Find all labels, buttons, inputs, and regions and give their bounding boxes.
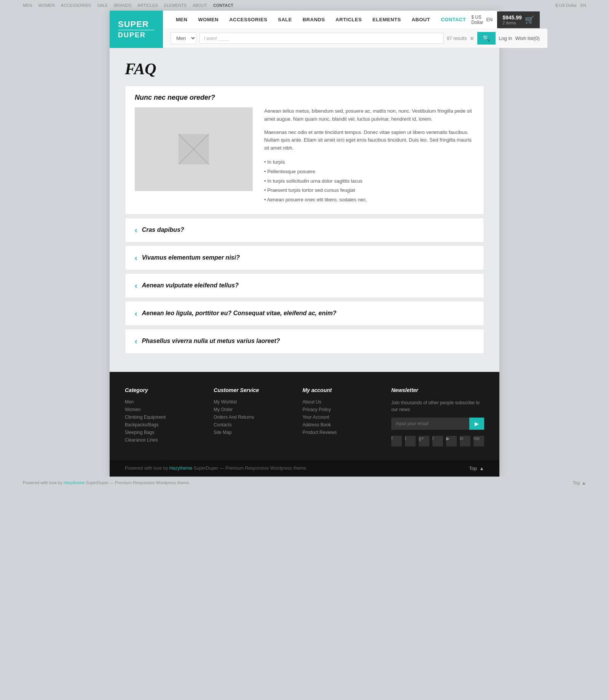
back-to-top-button[interactable]: Top ▲ bbox=[469, 466, 484, 471]
footer-cs-wishlist[interactable]: My Wishlist bbox=[214, 399, 291, 405]
outer-nav-about[interactable]: ABOUT bbox=[193, 3, 207, 8]
footer-account-about[interactable]: About Us bbox=[303, 399, 380, 405]
newsletter-form: ▶ bbox=[391, 418, 484, 430]
list-item: In turpis bbox=[264, 158, 474, 167]
faq-question-1[interactable]: Nunc nec neque oreder? bbox=[125, 86, 484, 107]
search-button[interactable]: 🔍 bbox=[477, 32, 496, 45]
outer-lang[interactable]: EN bbox=[580, 3, 586, 8]
footer-newsletter: Newsletter Join thousands of other peopl… bbox=[391, 387, 484, 449]
footer-cat-men[interactable]: Men bbox=[125, 399, 202, 405]
faq-toggle-icon-4: ‹ bbox=[135, 281, 137, 290]
faq-item-6[interactable]: ‹ Phasellus viverra nulla ut metus variu… bbox=[125, 329, 484, 354]
outer-top-nav[interactable]: MEN WOMEN ACCESSORIES SALE BRANDS ARTICL… bbox=[23, 3, 233, 8]
outer-nav-articles[interactable]: ARTICLES bbox=[137, 3, 158, 8]
nav-men[interactable]: MEN bbox=[171, 11, 193, 29]
nav-articles[interactable]: ARTICLES bbox=[330, 11, 367, 29]
list-item: In turpis sollicitudin urna dolor sagitt… bbox=[264, 177, 474, 186]
header-actions: $ US Dollar EN $945.99 2 items 🛒 bbox=[471, 11, 540, 28]
nav-contact[interactable]: CONTACT bbox=[435, 11, 471, 29]
social-rss[interactable]: rss bbox=[473, 436, 484, 446]
faq-toggle-icon-6: ‹ bbox=[135, 337, 137, 346]
footer-bottom: Powered with love by Hezytheme SuperDupe… bbox=[110, 460, 499, 477]
footer-cs-contacts[interactable]: Contacts bbox=[214, 422, 291, 427]
outer-back-to-top[interactable]: Top ▲ bbox=[573, 480, 586, 486]
faq-toggle-icon-2: ‹ bbox=[135, 226, 137, 234]
faq-question-6: Phasellus viverra nulla ut metus varius … bbox=[142, 338, 280, 344]
lang-selector[interactable]: EN bbox=[486, 17, 493, 22]
nav-elements[interactable]: ELEMENTS bbox=[367, 11, 407, 29]
page-title: FAQ bbox=[125, 60, 484, 78]
nav-women[interactable]: WOMEN bbox=[193, 11, 224, 29]
footer-cs-order[interactable]: My Order bbox=[214, 407, 291, 412]
cart-button[interactable]: $945.99 2 items 🛒 bbox=[497, 11, 540, 28]
outer-nav-elements[interactable]: ELEMENTS bbox=[164, 3, 187, 8]
hezytheme-link[interactable]: Hezytheme bbox=[169, 466, 193, 471]
social-instagram[interactable]: in bbox=[460, 436, 470, 446]
faq-item-5[interactable]: ‹ Aenean leo ligula, porttitor eu? Conse… bbox=[125, 301, 484, 326]
footer-my-account: My account About Us Privacy Policy Your … bbox=[303, 387, 380, 449]
nav-brands[interactable]: BRANDS bbox=[297, 11, 330, 29]
footer-account-privacy[interactable]: Privacy Policy bbox=[303, 407, 380, 412]
nav-sale[interactable]: SALE bbox=[273, 11, 297, 29]
nav-about[interactable]: ABOUT bbox=[406, 11, 435, 29]
footer-category: Category Men Women Climbing Equipment Ba… bbox=[125, 387, 202, 449]
outer-top-label: Top bbox=[573, 480, 580, 486]
faq-item-4[interactable]: ‹ Aenean vulputate eleifend tellus? bbox=[125, 273, 484, 298]
faq-toggle-icon-3: ‹ bbox=[135, 254, 137, 262]
search-input[interactable] bbox=[199, 33, 444, 44]
login-link[interactable]: Log in bbox=[499, 35, 512, 41]
logo-super: SUPER bbox=[118, 20, 155, 29]
social-twitter[interactable]: t bbox=[405, 436, 416, 446]
wishlist-link[interactable]: Wish list(0) bbox=[515, 35, 540, 41]
outer-nav-men[interactable]: MEN bbox=[23, 3, 32, 8]
cart-icon: 🛒 bbox=[525, 15, 534, 24]
faq-para-1-1: Aenean tellus metus, bibendum sed, posue… bbox=[264, 107, 474, 123]
footer-account-address[interactable]: Address Book bbox=[303, 422, 380, 427]
social-facebook[interactable]: f bbox=[391, 436, 402, 446]
outer-nav-sale[interactable]: SALE bbox=[97, 3, 108, 8]
social-youtube[interactable]: ▶ bbox=[446, 436, 457, 446]
social-tumblr[interactable]: t bbox=[432, 436, 443, 446]
search-category-select[interactable]: Men bbox=[171, 32, 196, 44]
footer-cat-backpacks[interactable]: Backpacks/Bags bbox=[125, 422, 202, 427]
outer-nav-women[interactable]: WOMEN bbox=[38, 3, 54, 8]
faq-item-2[interactable]: ‹ Cras dapibus? bbox=[125, 218, 484, 242]
main-nav: MEN WOMEN ACCESSORIES SALE BRANDS ARTICL… bbox=[163, 11, 547, 29]
cart-items: 2 items bbox=[502, 21, 522, 25]
footer-cs-sitemap[interactable]: Site Map bbox=[214, 430, 291, 435]
outer-bottom-bar: Powered with love by Hezytheme SuperDupe… bbox=[0, 477, 609, 490]
footer-grid: Category Men Women Climbing Equipment Ba… bbox=[125, 387, 484, 460]
outer-nav-contact[interactable]: CONTACT bbox=[213, 3, 233, 8]
currency-selector[interactable]: $ US Dollar bbox=[471, 14, 483, 25]
faq-image-1 bbox=[135, 107, 253, 191]
list-item: Praesent turpis tortor sed cursus feugia… bbox=[264, 186, 474, 195]
newsletter-description: Join thousands of other people subscribe… bbox=[391, 399, 484, 413]
footer-cat-sleeping[interactable]: Sleeping Bags bbox=[125, 430, 202, 435]
search-clear-icon[interactable]: ✕ bbox=[470, 35, 474, 41]
faq-container: Nunc nec neque oreder? Aenean tellus met… bbox=[125, 86, 484, 372]
faq-question-5: Aenean leo ligula, porttitor eu? Consequ… bbox=[142, 310, 336, 317]
list-item: Pellentesque posuere bbox=[264, 167, 474, 177]
newsletter-email-input[interactable] bbox=[391, 418, 469, 430]
footer-cs-returns[interactable]: Orders And Returns bbox=[214, 415, 291, 420]
footer-account-your[interactable]: Your Account bbox=[303, 415, 380, 420]
footer-cat-clearance[interactable]: Clearance Lines bbox=[125, 437, 202, 443]
logo-duper: DUPER bbox=[118, 30, 155, 38]
outer-currency[interactable]: $ US Dollar bbox=[555, 3, 577, 8]
faq-item-3[interactable]: ‹ Vivamus elementum semper nisi? bbox=[125, 246, 484, 270]
outer-hezytheme[interactable]: Hezytheme bbox=[64, 480, 85, 485]
search-icon: 🔍 bbox=[483, 35, 490, 41]
outer-nav-brands[interactable]: BRANDS bbox=[114, 3, 131, 8]
footer-account-reviews[interactable]: Product Reviews bbox=[303, 430, 380, 435]
footer-cat-climbing[interactable]: Climbing Equipment bbox=[125, 415, 202, 420]
faq-item-1: Nunc nec neque oreder? Aenean tellus met… bbox=[125, 86, 484, 215]
logo[interactable]: SUPER DUPER bbox=[110, 11, 163, 48]
outer-top-arrow: ▲ bbox=[582, 480, 586, 486]
newsletter-submit-button[interactable]: ▶ bbox=[469, 418, 484, 430]
nav-accessories[interactable]: ACCESSORIES bbox=[224, 11, 273, 29]
social-googleplus[interactable]: g+ bbox=[419, 436, 429, 446]
search-bar: Men 87 results ✕ 🔍 Log in Wish list(0) bbox=[163, 29, 547, 48]
outer-nav-accessories[interactable]: ACCESSORIES bbox=[61, 3, 91, 8]
footer-cat-women[interactable]: Women bbox=[125, 407, 202, 412]
outer-top-bar: MEN WOMEN ACCESSORIES SALE BRANDS ARTICL… bbox=[0, 0, 609, 11]
